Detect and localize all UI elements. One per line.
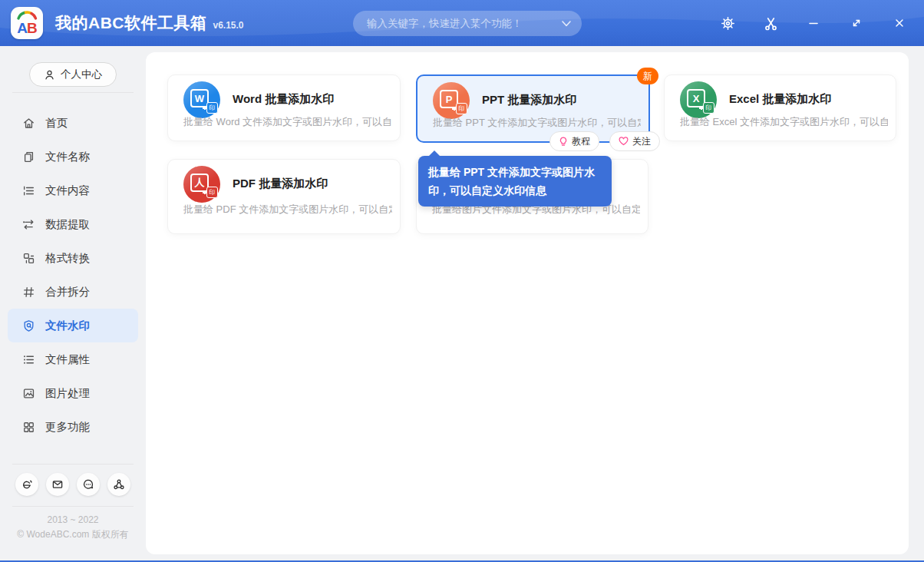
card-actions: 教程 关注 (549, 131, 660, 151)
share-link-button[interactable] (107, 473, 130, 496)
file-name-icon (22, 150, 35, 164)
card-title: Word 批量添加水印 (233, 92, 334, 107)
excel-watermark-icon: X 印 (680, 81, 717, 118)
more-functions-grid-icon (22, 421, 35, 434)
card-title: Excel 批量添加水印 (729, 92, 831, 107)
sidebar-item-label: 格式转换 (45, 251, 90, 266)
tooltip-text: 批量给 PPT 文件添加文字或图片水印，可以自定义水印信息 (428, 166, 595, 197)
sidebar-divider (12, 92, 134, 93)
sidebar-item-merge-split[interactable]: 合并拆分 (8, 275, 138, 309)
stamp-badge: 印 (206, 187, 218, 198)
sidebar-item-file-props[interactable]: 文件属性 (8, 342, 138, 376)
sidebar-divider (12, 464, 134, 464)
gear-icon (721, 16, 735, 31)
card-title: PPT 批量添加水印 (482, 93, 576, 107)
tutorial-label: 教程 (572, 135, 590, 148)
card-description: 批量给 Word 文件添加文字或图片水印，可以自定义水印信息 (183, 115, 392, 129)
card-pdf-watermark[interactable]: 人 印 PDF 批量添加水印 批量给 PDF 文件添加文字或图片水印，可以自定义… (167, 159, 401, 234)
maximize-button[interactable] (848, 15, 865, 31)
app-window: AB 我的ABC软件工具箱 v6.15.0 (0, 0, 924, 562)
watermark-shield-icon (22, 319, 35, 332)
app-version: v6.15.0 (213, 20, 244, 31)
sidebar-item-label: 文件内容 (45, 183, 90, 198)
sidebar-item-label: 文件属性 (45, 352, 90, 367)
logo-arc-icon (11, 7, 43, 39)
sidebar-item-label: 数据提取 (45, 217, 90, 232)
stamp-badge: 印 (456, 103, 467, 114)
profile-center-button[interactable]: 个人中心 (29, 62, 117, 87)
sidebar-item-image-process[interactable]: 图片处理 (8, 376, 138, 410)
word-watermark-icon: W 印 (183, 81, 220, 118)
copyright-years: 2013 ~ 2022 (0, 514, 146, 525)
heart-icon (619, 137, 629, 146)
chat-link-button[interactable] (77, 473, 100, 496)
sidebar-item-file-name[interactable]: 文件名称 (8, 140, 138, 174)
home-icon (22, 117, 35, 130)
card-excel-watermark[interactable]: X 印 Excel 批量添加水印 批量给 Excel 文件添加文字或图片水印，可… (664, 74, 896, 141)
sidebar-social-links (0, 473, 146, 496)
sidebar-item-label: 更多功能 (45, 420, 90, 435)
sidebar-item-home[interactable]: 首页 (8, 106, 138, 140)
sidebar: 个人中心 首页 文件名称 文件内容 (0, 46, 146, 560)
card-description: 批量给 PDF 文件添加文字或图片水印，可以自定义水印信息 (183, 203, 392, 217)
file-props-icon (22, 353, 35, 366)
mail-link-button[interactable] (46, 473, 69, 496)
app-title: 我的ABC软件工具箱 (55, 12, 207, 34)
tutorial-button[interactable]: 教程 (549, 131, 599, 151)
sidebar-item-file-watermark[interactable]: 文件水印 (8, 309, 138, 342)
settings-button[interactable] (719, 15, 736, 31)
chevron-down-icon[interactable] (562, 21, 571, 27)
close-button[interactable] (891, 15, 908, 31)
pdf-watermark-icon: 人 印 (183, 166, 220, 203)
sidebar-menu: 首页 文件名称 文件内容 数据提取 (0, 106, 146, 444)
card-title: PDF 批量添加水印 (233, 177, 328, 191)
follow-label: 关注 (632, 135, 651, 148)
sidebar-item-data-extract[interactable]: 数据提取 (8, 207, 138, 241)
titlebar: AB 我的ABC软件工具箱 v6.15.0 (0, 0, 924, 46)
sidebar-divider (12, 506, 134, 507)
share-network-icon (113, 478, 125, 491)
image-process-icon (22, 387, 35, 400)
titlebar-buttons (719, 0, 908, 46)
browser-icon (21, 478, 33, 491)
sidebar-item-label: 合并拆分 (45, 285, 90, 299)
profile-center-label: 个人中心 (61, 68, 102, 81)
minimize-button[interactable] (805, 15, 822, 31)
stamp-badge: 印 (703, 102, 714, 114)
lightbulb-icon (559, 137, 568, 147)
mail-icon (51, 478, 64, 491)
card-ppt-watermark[interactable]: P 印 PPT 批量添加水印 批量给 PPT 文件添加文字或图片水印，可以自定义… (416, 74, 650, 143)
sidebar-item-label: 图片处理 (45, 386, 90, 401)
merge-split-icon (22, 286, 35, 299)
sidebar-item-label: 首页 (45, 116, 68, 131)
data-extract-icon (22, 218, 35, 231)
chat-icon (82, 478, 94, 491)
search-input[interactable] (353, 11, 582, 36)
ppt-watermark-icon: P 印 (433, 82, 470, 119)
screenshot-tool-button[interactable] (762, 15, 779, 31)
copyright-text: © WodeABC.com 版权所有 (0, 528, 146, 541)
sidebar-item-label: 文件水印 (45, 319, 90, 333)
sidebar-item-file-content[interactable]: 文件内容 (8, 174, 138, 207)
minimize-icon (807, 16, 820, 30)
card-word-watermark[interactable]: W 印 Word 批量添加水印 批量给 Word 文件添加文字或图片水印，可以自… (167, 74, 401, 141)
browser-link-button[interactable] (15, 473, 38, 496)
file-content-icon (22, 184, 35, 197)
new-badge: 新 (637, 68, 658, 84)
card-description: 批量给 PPT 文件添加文字或图片水印，可以自定义水印信息 (433, 116, 641, 130)
app-logo: AB (11, 7, 43, 39)
format-convert-icon (22, 252, 35, 265)
global-search (353, 11, 582, 36)
close-icon (893, 16, 906, 30)
card-description: 批量给 Excel 文件添加文字或图片水印，可以自定义水印信息 (680, 115, 888, 129)
resize-icon (850, 16, 863, 30)
scissors-icon (764, 16, 778, 31)
person-icon (44, 69, 55, 81)
sidebar-item-more-functions[interactable]: 更多功能 (8, 410, 138, 444)
ppt-card-tooltip: 批量给 PPT 文件添加文字或图片水印，可以自定义水印信息 (418, 156, 612, 207)
sidebar-item-format-convert[interactable]: 格式转换 (8, 241, 138, 275)
stamp-badge: 印 (206, 102, 218, 114)
sidebar-item-label: 文件名称 (45, 150, 90, 164)
app-title-group: 我的ABC软件工具箱 v6.15.0 (55, 0, 244, 46)
follow-button[interactable]: 关注 (609, 131, 660, 151)
